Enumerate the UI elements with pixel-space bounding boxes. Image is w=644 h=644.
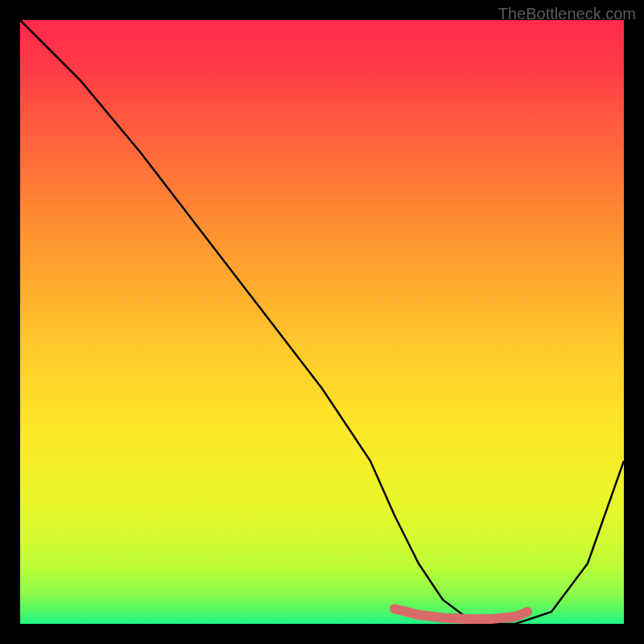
bottleneck-curve-path [20, 20, 624, 624]
optimal-range-highlight [394, 609, 527, 619]
chart-gradient-background [20, 20, 624, 624]
watermark-text: TheBottleneck.com [498, 5, 636, 23]
bottleneck-chart [20, 20, 624, 624]
